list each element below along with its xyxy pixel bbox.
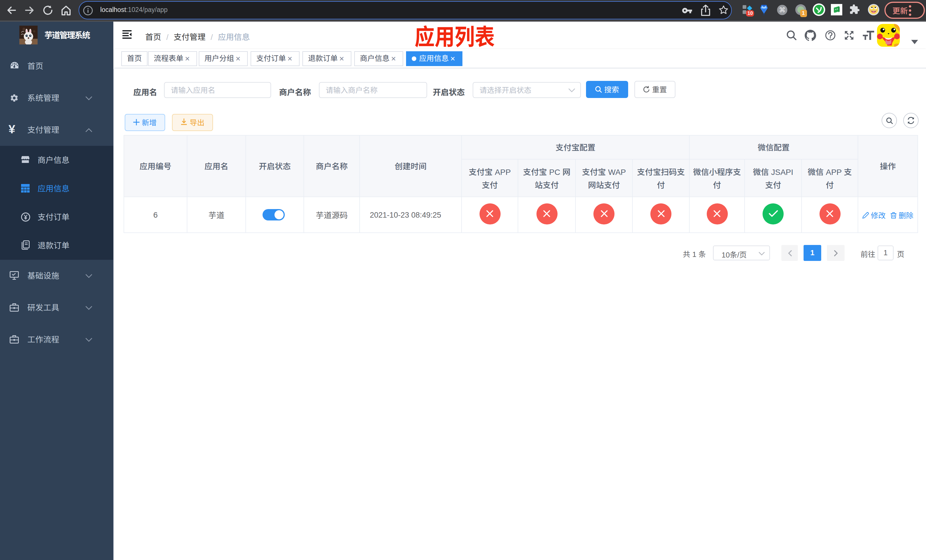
svg-text:⌘: ⌘ [779,6,785,14]
